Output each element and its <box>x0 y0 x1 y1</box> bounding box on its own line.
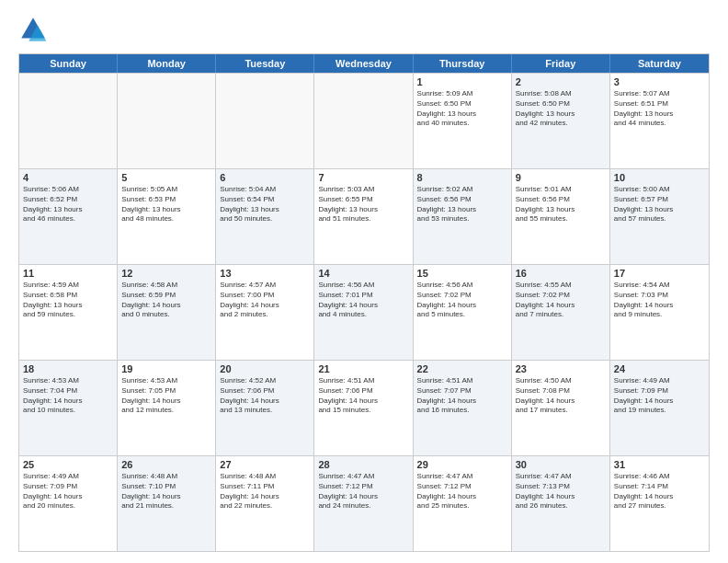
weekday-header-thursday: Thursday <box>414 54 512 73</box>
day-info: Sunrise: 4:57 AM Sunset: 7:00 PM Dayligh… <box>220 281 310 320</box>
day-number: 16 <box>516 268 606 279</box>
day-cell-7: 7Sunrise: 5:03 AM Sunset: 6:55 PM Daylig… <box>314 169 413 264</box>
day-cell-23: 23Sunrise: 4:50 AM Sunset: 7:08 PM Dayli… <box>512 361 610 455</box>
day-info: Sunrise: 4:48 AM Sunset: 7:11 PM Dayligh… <box>220 472 310 511</box>
day-cell-20: 20Sunrise: 4:52 AM Sunset: 7:06 PM Dayli… <box>216 361 314 455</box>
day-number: 23 <box>516 363 606 374</box>
empty-cell <box>216 74 314 168</box>
calendar-body: 1Sunrise: 5:09 AM Sunset: 6:50 PM Daylig… <box>19 73 709 551</box>
empty-cell <box>19 74 118 168</box>
day-number: 19 <box>121 363 211 374</box>
day-number: 29 <box>417 459 507 470</box>
day-cell-8: 8Sunrise: 5:02 AM Sunset: 6:56 PM Daylig… <box>414 169 512 264</box>
empty-cell <box>118 74 216 168</box>
day-info: Sunrise: 5:06 AM Sunset: 6:52 PM Dayligh… <box>23 185 113 224</box>
calendar-row-1: 4Sunrise: 5:06 AM Sunset: 6:52 PM Daylig… <box>19 168 709 264</box>
day-number: 31 <box>614 459 705 470</box>
weekday-header-saturday: Saturday <box>610 54 709 73</box>
calendar-row-3: 18Sunrise: 4:53 AM Sunset: 7:04 PM Dayli… <box>19 360 709 455</box>
day-cell-31: 31Sunrise: 4:46 AM Sunset: 7:14 PM Dayli… <box>610 456 709 551</box>
day-cell-30: 30Sunrise: 4:47 AM Sunset: 7:13 PM Dayli… <box>512 456 610 551</box>
day-cell-10: 10Sunrise: 5:00 AM Sunset: 6:57 PM Dayli… <box>610 169 709 264</box>
day-info: Sunrise: 5:08 AM Sunset: 6:50 PM Dayligh… <box>516 89 606 129</box>
weekday-header-monday: Monday <box>118 54 216 73</box>
day-info: Sunrise: 4:47 AM Sunset: 7:12 PM Dayligh… <box>318 472 408 511</box>
day-number: 10 <box>614 172 705 183</box>
day-info: Sunrise: 5:05 AM Sunset: 6:53 PM Dayligh… <box>121 185 211 224</box>
calendar: SundayMondayTuesdayWednesdayThursdayFrid… <box>18 53 710 552</box>
calendar-row-2: 11Sunrise: 4:59 AM Sunset: 6:58 PM Dayli… <box>19 264 709 360</box>
day-number: 17 <box>614 268 705 279</box>
day-number: 20 <box>220 363 310 374</box>
day-cell-15: 15Sunrise: 4:56 AM Sunset: 7:02 PM Dayli… <box>414 265 512 360</box>
day-cell-5: 5Sunrise: 5:05 AM Sunset: 6:53 PM Daylig… <box>118 169 216 264</box>
day-cell-29: 29Sunrise: 4:47 AM Sunset: 7:12 PM Dayli… <box>414 456 512 551</box>
day-number: 8 <box>417 172 507 183</box>
day-info: Sunrise: 4:51 AM Sunset: 7:07 PM Dayligh… <box>417 376 507 416</box>
day-info: Sunrise: 4:56 AM Sunset: 7:02 PM Dayligh… <box>417 281 507 320</box>
day-number: 25 <box>23 459 113 470</box>
empty-cell <box>314 74 413 168</box>
header <box>18 15 710 44</box>
day-cell-3: 3Sunrise: 5:07 AM Sunset: 6:51 PM Daylig… <box>610 74 709 168</box>
day-cell-9: 9Sunrise: 5:01 AM Sunset: 6:56 PM Daylig… <box>512 169 610 264</box>
day-info: Sunrise: 4:55 AM Sunset: 7:02 PM Dayligh… <box>516 281 606 320</box>
weekday-header-friday: Friday <box>512 54 610 73</box>
day-cell-22: 22Sunrise: 4:51 AM Sunset: 7:07 PM Dayli… <box>414 361 512 455</box>
day-info: Sunrise: 5:00 AM Sunset: 6:57 PM Dayligh… <box>614 185 705 224</box>
day-number: 15 <box>417 268 507 279</box>
day-info: Sunrise: 4:50 AM Sunset: 7:08 PM Dayligh… <box>516 376 606 416</box>
day-cell-18: 18Sunrise: 4:53 AM Sunset: 7:04 PM Dayli… <box>19 361 118 455</box>
day-cell-11: 11Sunrise: 4:59 AM Sunset: 6:58 PM Dayli… <box>19 265 118 360</box>
day-info: Sunrise: 4:51 AM Sunset: 7:06 PM Dayligh… <box>318 376 408 416</box>
day-cell-26: 26Sunrise: 4:48 AM Sunset: 7:10 PM Dayli… <box>118 456 216 551</box>
day-cell-13: 13Sunrise: 4:57 AM Sunset: 7:00 PM Dayli… <box>216 265 314 360</box>
day-number: 2 <box>516 76 606 87</box>
day-cell-21: 21Sunrise: 4:51 AM Sunset: 7:06 PM Dayli… <box>314 361 413 455</box>
day-cell-12: 12Sunrise: 4:58 AM Sunset: 6:59 PM Dayli… <box>118 265 216 360</box>
day-number: 1 <box>417 76 507 87</box>
day-number: 5 <box>121 172 211 183</box>
day-info: Sunrise: 4:49 AM Sunset: 7:09 PM Dayligh… <box>23 472 113 511</box>
day-info: Sunrise: 4:46 AM Sunset: 7:14 PM Dayligh… <box>614 472 705 511</box>
day-number: 9 <box>516 172 606 183</box>
day-number: 3 <box>614 76 705 87</box>
calendar-header: SundayMondayTuesdayWednesdayThursdayFrid… <box>19 54 709 73</box>
day-cell-2: 2Sunrise: 5:08 AM Sunset: 6:50 PM Daylig… <box>512 74 610 168</box>
day-number: 30 <box>516 459 606 470</box>
day-number: 24 <box>614 363 705 374</box>
day-number: 21 <box>318 363 408 374</box>
day-cell-14: 14Sunrise: 4:56 AM Sunset: 7:01 PM Dayli… <box>314 265 413 360</box>
day-info: Sunrise: 4:56 AM Sunset: 7:01 PM Dayligh… <box>318 281 408 320</box>
day-cell-27: 27Sunrise: 4:48 AM Sunset: 7:11 PM Dayli… <box>216 456 314 551</box>
day-number: 18 <box>23 363 113 374</box>
day-number: 4 <box>23 172 113 183</box>
weekday-header-tuesday: Tuesday <box>216 54 314 73</box>
day-cell-24: 24Sunrise: 4:49 AM Sunset: 7:09 PM Dayli… <box>610 361 709 455</box>
day-info: Sunrise: 5:02 AM Sunset: 6:56 PM Dayligh… <box>417 185 507 224</box>
logo-icon <box>18 15 48 44</box>
day-info: Sunrise: 4:59 AM Sunset: 6:58 PM Dayligh… <box>23 281 113 320</box>
day-info: Sunrise: 4:49 AM Sunset: 7:09 PM Dayligh… <box>614 376 705 416</box>
day-cell-1: 1Sunrise: 5:09 AM Sunset: 6:50 PM Daylig… <box>414 74 512 168</box>
day-number: 13 <box>220 268 310 279</box>
day-info: Sunrise: 5:04 AM Sunset: 6:54 PM Dayligh… <box>220 185 310 224</box>
day-info: Sunrise: 4:52 AM Sunset: 7:06 PM Dayligh… <box>220 376 310 416</box>
page: SundayMondayTuesdayWednesdayThursdayFrid… <box>0 0 728 563</box>
day-number: 14 <box>318 268 408 279</box>
day-cell-17: 17Sunrise: 4:54 AM Sunset: 7:03 PM Dayli… <box>610 265 709 360</box>
day-number: 22 <box>417 363 507 374</box>
day-number: 6 <box>220 172 310 183</box>
weekday-header-sunday: Sunday <box>19 54 118 73</box>
day-info: Sunrise: 4:48 AM Sunset: 7:10 PM Dayligh… <box>121 472 211 511</box>
day-number: 7 <box>318 172 408 183</box>
weekday-header-wednesday: Wednesday <box>314 54 413 73</box>
day-info: Sunrise: 4:53 AM Sunset: 7:04 PM Dayligh… <box>23 376 113 416</box>
day-cell-19: 19Sunrise: 4:53 AM Sunset: 7:05 PM Dayli… <box>118 361 216 455</box>
day-info: Sunrise: 4:58 AM Sunset: 6:59 PM Dayligh… <box>121 281 211 320</box>
day-cell-28: 28Sunrise: 4:47 AM Sunset: 7:12 PM Dayli… <box>314 456 413 551</box>
calendar-row-0: 1Sunrise: 5:09 AM Sunset: 6:50 PM Daylig… <box>19 73 709 168</box>
calendar-row-4: 25Sunrise: 4:49 AM Sunset: 7:09 PM Dayli… <box>19 455 709 551</box>
day-info: Sunrise: 4:53 AM Sunset: 7:05 PM Dayligh… <box>121 376 211 416</box>
day-cell-6: 6Sunrise: 5:04 AM Sunset: 6:54 PM Daylig… <box>216 169 314 264</box>
